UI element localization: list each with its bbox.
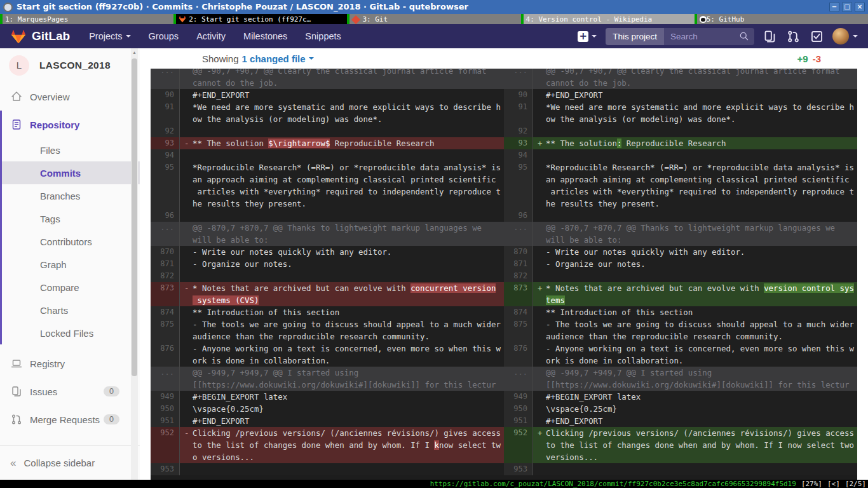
tab-3[interactable]: 3: Git [347, 14, 520, 24]
new-menu-button[interactable]: + [578, 31, 597, 42]
diff-line-number[interactable]: 96 [504, 210, 533, 222]
diff-line-number[interactable]: 874 [151, 306, 180, 318]
diff-line-number[interactable]: 90 [151, 89, 180, 101]
diff-table: ...@@ -90,7 +90,7 @@ Clearly the classic… [151, 69, 857, 475]
sidebar-item-merge-requests[interactable]: Merge Requests0 [0, 405, 140, 433]
sidebar-item-compare[interactable]: Compare [0, 276, 140, 299]
diff-line-number[interactable]: 870 [504, 246, 533, 258]
search-input[interactable] [664, 32, 739, 41]
nav-link-projects[interactable]: Projects [89, 31, 130, 41]
project-header[interactable]: L LASCON_2018 [0, 48, 140, 83]
diff-line-number[interactable]: 94 [151, 149, 180, 161]
diff-line-number[interactable]: 91 [151, 101, 180, 125]
diff-line-number[interactable]: 873 [504, 282, 533, 306]
sidebar-item-commits[interactable]: Commits [0, 161, 140, 184]
close-button[interactable]: × [855, 2, 865, 12]
merge-requests-button[interactable] [787, 30, 800, 43]
diff-line-number[interactable]: 93 [504, 137, 533, 149]
sidebar-item-charts[interactable]: Charts [0, 299, 140, 322]
sidebar-item-graph[interactable]: Graph [0, 253, 140, 276]
diff-line-number[interactable]: 949 [504, 391, 533, 403]
changed-files-link[interactable]: 1 changed file [242, 53, 314, 64]
diff-line-number[interactable]: 951 [504, 415, 533, 427]
sidebar-item-contributors[interactable]: Contributors [0, 230, 140, 253]
nav-link-snippets[interactable]: Snippets [305, 31, 341, 41]
sidebar-item-branches[interactable]: Branches [0, 184, 140, 207]
diff-line-number[interactable]: 950 [151, 403, 180, 415]
diff-code-line: will be able to: [546, 234, 857, 246]
diff-code-line: *Reproducible Research* (=RR=) or *repro… [193, 161, 503, 173]
diff-row: 874** Introduction of this section874** … [151, 306, 857, 318]
todos-button[interactable] [810, 30, 824, 43]
collapse-sidebar-button[interactable]: « Collapse sidebar [0, 445, 140, 480]
diff-line-number[interactable]: 95 [504, 161, 533, 210]
diff-pane-right: ...@@ -949,7 +949,7 @@ I started using[[… [504, 367, 857, 391]
diff-pane-right: ...@@ -870,7 +870,7 @@ Thanks to lightwe… [504, 222, 857, 246]
sidebar-item-files[interactable]: Files [0, 139, 140, 161]
diff-line-number[interactable]: 871 [151, 258, 180, 270]
sidebar-item-repository[interactable]: Repository [0, 111, 140, 139]
diff-line-number[interactable]: 95 [151, 161, 180, 210]
diff-line-number[interactable]: ... [504, 367, 533, 391]
diff-line-number[interactable]: 91 [504, 101, 533, 125]
tab-5[interactable]: 5: GitHub [695, 14, 868, 24]
nav-link-groups[interactable]: Groups [149, 31, 179, 41]
maximize-button[interactable]: □ [842, 2, 852, 12]
sidebar-item-tags[interactable]: Tags [0, 207, 140, 230]
diff-line-number[interactable]: 93 [151, 137, 180, 149]
diff-line-number[interactable]: 871 [504, 258, 533, 270]
code-text: articles with *everything* required to i… [546, 187, 854, 196]
diff-line-number[interactable]: ... [151, 367, 180, 391]
avatar [832, 28, 849, 44]
tab-1[interactable]: 1: MarquesPages [0, 14, 173, 24]
diff-line-number[interactable]: 952 [151, 427, 180, 463]
tab-4[interactable]: 4: Version control - Wikipedia [521, 14, 695, 24]
diff-line-number[interactable]: 875 [151, 318, 180, 342]
diff-line-number[interactable]: ... [151, 222, 180, 246]
search-scope-button[interactable]: This project [606, 28, 664, 45]
diff-line-number[interactable]: 92 [151, 125, 180, 137]
scrollbar-thumb[interactable] [132, 58, 137, 376]
diff-line-number[interactable]: 92 [504, 125, 533, 137]
diff-line-number[interactable]: 872 [504, 270, 533, 282]
diff-code-cell: +* Notes that are archived but can evolv… [533, 282, 857, 306]
diff-line-number[interactable]: 96 [151, 210, 180, 222]
issues-button[interactable] [763, 30, 776, 43]
diff-line-number[interactable]: 874 [504, 306, 533, 318]
user-menu[interactable] [832, 28, 858, 44]
diff-pane-right: ...@@ -90,7 +90,7 @@ Clearly the classic… [504, 69, 857, 89]
diff-line-number[interactable]: 873 [151, 282, 180, 306]
diff-line-number[interactable]: 870 [151, 246, 180, 258]
chevron-down-icon [309, 57, 314, 62]
diff-line-number[interactable]: 949 [151, 391, 180, 403]
sidebar-item-overview[interactable]: Overview [0, 83, 140, 111]
sidebar-item-registry[interactable]: Registry [0, 349, 140, 377]
nav-link-activity[interactable]: Activity [196, 31, 226, 41]
code-text: \vspace{0.25cm} [546, 404, 617, 414]
sidebar-item-label: Registry [30, 358, 65, 369]
diff-line-number[interactable]: 876 [151, 342, 180, 367]
diff-line-number[interactable]: 94 [504, 149, 533, 161]
diff-line-number[interactable]: ... [151, 69, 180, 89]
nav-link-milestones[interactable]: Milestones [243, 31, 287, 41]
diff-line-number[interactable]: 872 [151, 270, 180, 282]
diff-line-number[interactable]: 951 [151, 415, 180, 427]
sidebar-scrollbar[interactable]: ▲ [131, 48, 138, 480]
diff-line-number[interactable]: 952 [504, 427, 533, 463]
diff-line-number[interactable]: 875 [504, 318, 533, 342]
diff-line-number[interactable]: 876 [504, 342, 533, 367]
minimize-button[interactable]: − [829, 2, 839, 12]
diff-code-cell: - Anyone working on a text is concerned,… [180, 342, 503, 367]
diff-code-line [193, 463, 503, 475]
diff-line-number[interactable]: 953 [151, 463, 180, 475]
tab-2[interactable]: 2: Start git section (ff927c… [173, 14, 347, 24]
sidebar-item-locked-files[interactable]: Locked Files [0, 322, 140, 344]
sidebar-item-issues[interactable]: Issues0 [0, 377, 140, 405]
diff-line-number[interactable]: ... [504, 222, 533, 246]
diff-line-number[interactable]: ... [504, 69, 533, 89]
diff-code-line: @@ -949,7 +949,7 @@ I started using [193, 367, 503, 379]
diff-line-number[interactable]: 90 [504, 89, 533, 101]
diff-line-number[interactable]: 953 [504, 463, 533, 475]
diff-line-number[interactable]: 950 [504, 403, 533, 415]
code-text: ** The solution [193, 139, 268, 148]
